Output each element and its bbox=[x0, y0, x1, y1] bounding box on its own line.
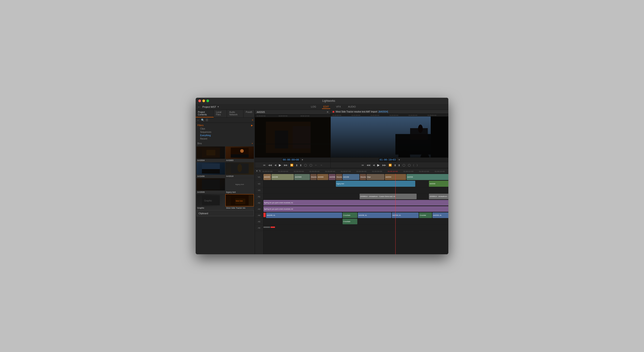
mark-out-btn[interactable]: ▮ bbox=[299, 163, 302, 167]
r-extra1[interactable]: ◯ bbox=[402, 163, 406, 167]
extra-btn3[interactable]: ← bbox=[314, 163, 318, 167]
left-panel: Project Contents Local Files Audio Netwo… bbox=[196, 110, 255, 254]
maximize-button[interactable] bbox=[206, 100, 209, 102]
view-toggle-icon[interactable]: ☷ bbox=[206, 118, 208, 122]
clip-fighting-a2[interactable]: fighting-for-you-quinn-erwin-musicbed, A… bbox=[264, 206, 448, 212]
timeline-icon-1[interactable]: ▼ bbox=[256, 170, 258, 172]
filters-header[interactable]: Filters ▶ bbox=[198, 124, 253, 127]
timeline-body[interactable]: V1 V2 V3 A1 A2 A3 A4 A5 A6 bbox=[255, 174, 448, 254]
clip-aas530-a1[interactable]: AAS530, A1 bbox=[432, 212, 448, 218]
clip-crossfad-2[interactable]: Crossfad bbox=[419, 212, 432, 218]
clip-dissolve-2[interactable]: Dissolve bbox=[336, 174, 342, 180]
r-step-fwd-btn[interactable]: ⏩ bbox=[388, 163, 393, 167]
filter-sequences[interactable]: Sequences bbox=[199, 130, 253, 134]
minimize-button[interactable] bbox=[202, 100, 205, 102]
clip-aas498[interactable]: AAS498 bbox=[342, 174, 359, 180]
go-to-start-btn[interactable]: ⏮ bbox=[262, 163, 266, 167]
play-btn[interactable]: ▶ bbox=[278, 163, 282, 167]
tab-pond5[interactable]: Pond5 bbox=[244, 110, 255, 118]
back-icon[interactable]: ← bbox=[198, 105, 200, 109]
nav-vfx[interactable]: VFX bbox=[335, 105, 342, 109]
clip-fighting-a1[interactable]: fighting-for-you-quinn-erwin-musicbed, A… bbox=[264, 200, 448, 206]
close-button[interactable] bbox=[198, 100, 201, 102]
source-tc-dropdown[interactable]: ▼ bbox=[301, 158, 304, 161]
clip-AAS509[interactable]: AAS509 bbox=[196, 178, 225, 194]
back-nav-icon[interactable]: ← bbox=[197, 118, 200, 122]
ruler-0: 01:00:02+00 bbox=[262, 170, 278, 172]
clip-AAS518[interactable]: AAS518 bbox=[226, 162, 254, 178]
r-mark-in-btn[interactable]: ▮ bbox=[394, 163, 397, 167]
filter-clips[interactable]: Clips bbox=[199, 127, 253, 130]
step-back-btn[interactable]: ◀◀ bbox=[267, 163, 272, 167]
clip-graphic[interactable]: Graphic Graphic bbox=[196, 194, 225, 210]
tab-audio-network[interactable]: Audio Network bbox=[227, 110, 244, 118]
extra-btn2[interactable]: ◯ bbox=[308, 163, 313, 167]
clip-legacy-text-timeline[interactable]: legacy text bbox=[336, 181, 415, 187]
filter-recent[interactable]: Recent bbox=[199, 137, 253, 140]
clip-aas683[interactable]: AAS683 bbox=[317, 174, 328, 180]
r-mark-out-btn[interactable]: ▮ bbox=[398, 163, 401, 167]
tab-local-files[interactable]: Local Files bbox=[214, 110, 227, 118]
clip-AAS683[interactable]: AAS683 bbox=[226, 146, 254, 162]
r-extra2[interactable]: ◯ bbox=[407, 163, 412, 167]
clip-dissolve-3[interactable]: Dissolve bbox=[360, 174, 366, 180]
record-video-display bbox=[331, 116, 448, 158]
mark-in-btn[interactable]: ▮ bbox=[295, 163, 298, 167]
nav-audio[interactable]: AUDIO bbox=[346, 105, 357, 109]
clip-aas509-v2[interactable]: AAS509 bbox=[429, 181, 448, 187]
search-icon[interactable]: 🔍 bbox=[201, 118, 204, 122]
bins-add-icon[interactable]: + bbox=[252, 142, 253, 145]
timeline-icon-2[interactable]: ↻ bbox=[259, 170, 261, 172]
clip-legacy-text[interactable]: legacy text legacy text bbox=[226, 178, 254, 194]
clip-crossfade-a4[interactable]: Crossfade bbox=[342, 212, 357, 218]
r-extra4[interactable]: 〉 bbox=[416, 163, 418, 167]
extra-btn1[interactable]: ◯ bbox=[303, 163, 308, 167]
r-play-btn[interactable]: ▶ bbox=[376, 163, 380, 167]
filter-everything[interactable]: Everything bbox=[199, 134, 253, 137]
add-icon[interactable]: + bbox=[252, 118, 253, 122]
r-fwd-btn[interactable]: ▶▶ bbox=[382, 163, 387, 167]
timeline-header: ▼ ↻ 01:00:02+00 01:00:03+00 01:00:04+00 … bbox=[255, 168, 448, 174]
track-label-v3: V3 bbox=[255, 187, 263, 194]
bins-header[interactable]: Bins + bbox=[196, 141, 255, 146]
clip-zd595614-a1[interactable]: ZD595614 - chriskalhoon - Custom Demo.mp… bbox=[360, 194, 416, 199]
rtc-4: 01:03:00+00 bbox=[390, 114, 408, 116]
back-btn[interactable]: ◀ bbox=[274, 163, 277, 167]
source-close-button[interactable]: ✕ bbox=[326, 110, 329, 114]
clip-aas496-a1[interactable]: AAS496, A1 bbox=[266, 212, 342, 218]
clip-aas498-a1[interactable]: AAS498, A1 bbox=[358, 212, 391, 218]
track-label-a6: A6 bbox=[255, 225, 263, 231]
extra-btn4[interactable]: → bbox=[319, 163, 323, 167]
clip-west-side-tractor[interactable]: West Side West Side Tractor res bbox=[226, 194, 254, 210]
clip-aas568[interactable]: AAS568 bbox=[329, 174, 336, 180]
clip-AAS496[interactable]: AAS496 bbox=[196, 162, 225, 178]
clip-aas530[interactable]: AAS530 bbox=[406, 174, 448, 180]
clip-zd595614-a1-2[interactable]: ZD595614 - chriskalhoon - Custom Demo.mp… bbox=[429, 194, 448, 199]
clip-crossfade-a5[interactable]: Crossfade bbox=[342, 219, 357, 224]
source-current-timecode: 00:00:00+00 bbox=[282, 158, 300, 162]
clip-aas504-a1[interactable]: AAS504, A1 bbox=[392, 212, 418, 218]
r-extra3[interactable]: 〈 bbox=[412, 163, 415, 167]
clip-aas5685[interactable]: AAS5685 bbox=[294, 174, 310, 180]
svg-text:West Side: West Side bbox=[236, 200, 243, 202]
track-v1: AAS493 AAS496 AAS5685 Dissolve AAS683 AA… bbox=[264, 174, 448, 180]
step-fwd-btn[interactable]: ⏩ bbox=[289, 163, 294, 167]
clip-dissolve-1[interactable]: Dissolve bbox=[310, 174, 317, 180]
application-window: Lightworks ← Project WST ▼ LOG EDIT VFX … bbox=[196, 98, 448, 254]
nav-edit[interactable]: EDIT bbox=[322, 105, 330, 109]
clipboard-item[interactable]: Clipboard bbox=[196, 210, 254, 216]
r-go-to-start-btn[interactable]: ⏮ bbox=[360, 163, 365, 167]
clip-wipe[interactable]: Wipe bbox=[366, 174, 384, 180]
fwd-btn[interactable]: ▶▶ bbox=[283, 163, 288, 167]
thumbnails-area[interactable]: AAS504 AAS683 AAS496 bbox=[196, 146, 255, 254]
project-name: Project WST ▼ bbox=[202, 106, 219, 108]
tab-project-contents[interactable]: Project Contents bbox=[196, 110, 214, 118]
r-back-btn[interactable]: ◀ bbox=[372, 163, 376, 167]
dropdown-arrow-icon[interactable]: ▼ bbox=[217, 106, 219, 108]
nav-log[interactable]: LOG bbox=[310, 105, 318, 109]
clip-AAS504[interactable]: AAS504 bbox=[196, 146, 225, 162]
r-step-back-btn[interactable]: ◀◀ bbox=[366, 163, 371, 167]
record-tc-dropdown[interactable]: ▼ bbox=[398, 158, 400, 161]
clip-aas493[interactable]: AAS493 bbox=[264, 174, 271, 180]
clip-aas496[interactable]: AAS496 bbox=[272, 174, 294, 180]
